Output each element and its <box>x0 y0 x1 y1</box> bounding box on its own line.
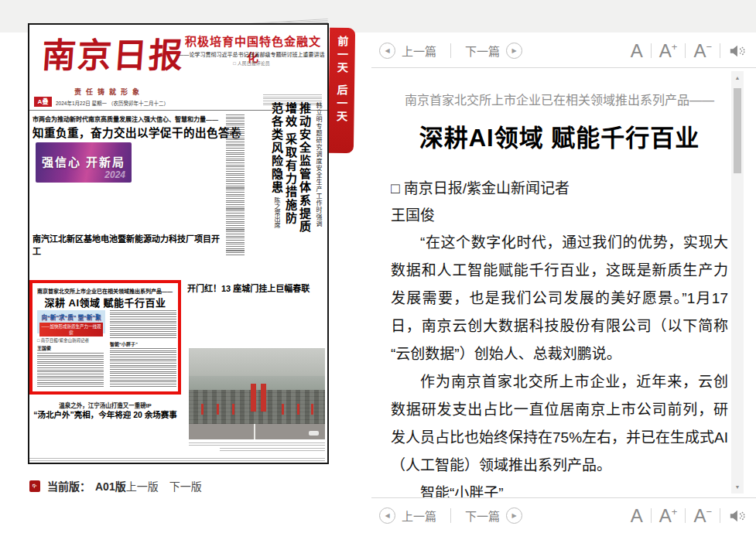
reader-toolbar-top: ◀ 上一篇 下一篇 ▶ A A+ A− <box>371 34 756 68</box>
speaker-icon <box>728 43 745 59</box>
read-aloud-button[interactable] <box>728 508 745 524</box>
next-article-arrow-icon[interactable]: ▶ <box>506 507 522 524</box>
next-day-button[interactable]: 后一天 <box>336 84 347 124</box>
prev-article-button[interactable]: 上一篇 <box>402 507 436 524</box>
font-size-decrease-button[interactable]: A− <box>693 507 712 525</box>
masthead-slogan: 责任铸就形象 <box>74 87 144 97</box>
ai-body-placeholder <box>110 348 176 387</box>
font-size-reset-button[interactable]: A <box>631 507 643 525</box>
ai-article-headline: 深耕 AI领域 赋能千行百业 <box>32 295 178 309</box>
article-paragraph: 智能“小胖子” <box>391 480 728 497</box>
safety-kicker: 韩立明专题研究调度安全生产工作时强调 <box>315 102 322 227</box>
highlighted-article-box[interactable]: 南京首家北交所上市企业已在相关领域推出系列产品—— 深耕 AI领域 赋能千行百业… <box>29 280 181 395</box>
outdoor-body-placeholder <box>31 422 180 455</box>
photo-road <box>189 424 325 439</box>
divider <box>720 43 720 58</box>
article-reporter: 王国俊 <box>391 202 728 229</box>
collapse-icon[interactable]: « <box>29 480 40 492</box>
finance-article-byline: □ 人民日报评论员 <box>176 60 327 67</box>
current-page-value: A01版 <box>95 478 126 494</box>
date-line: 2024年1月22日 星期一 （农历癸卯年十二月十二） <box>56 99 191 107</box>
previous-day-button[interactable]: 前一天 <box>337 36 348 75</box>
ai-article-reporter: 王国俊 <box>37 344 51 351</box>
prev-article-arrow-icon[interactable]: ◀ <box>379 43 395 59</box>
gate-article-headline: 开门红！13 座城门挂上巨幅春联 <box>187 282 325 294</box>
photo-sky <box>189 348 325 376</box>
scrollbar-thumb[interactable] <box>734 88 741 173</box>
finance-article-subtitle: ——论学习贯彻习近平总书记在省部级专题研讨班上重要讲话 <box>176 50 327 58</box>
red-lantern-pole <box>297 404 299 415</box>
prev-article-arrow-icon[interactable]: ◀ <box>379 507 395 524</box>
divider <box>720 508 720 523</box>
red-lantern-pole <box>282 404 284 415</box>
prev-article-button[interactable]: 上一篇 <box>402 43 436 59</box>
newspaper-reader-app: 前一天 后一天 南京日报 责任铸就形象 A叠 2024年1月22日 星期一 （农… <box>0 0 756 533</box>
outdoor-article-headline: “汤北户外”亮相，今年将迎 20 余场赛事 <box>29 408 181 420</box>
red-lantern-pole <box>217 404 219 415</box>
reader-toolbar-bottom: ◀ 上一篇 下一篇 ▶ A A+ A− <box>371 497 756 533</box>
next-article-button[interactable]: 下一篇 <box>465 43 500 59</box>
newspaper-front-page[interactable]: 南京日报 责任铸就形象 A叠 2024年1月22日 星期一 （农历癸卯年十二月十… <box>28 23 329 464</box>
project-body-placeholder <box>32 246 224 275</box>
city-wall-photo <box>189 348 325 439</box>
font-size-increase-button[interactable]: A+ <box>659 507 678 525</box>
new-quality-series-banner: 向“新”求“质” 塑“新”聚“力” ——加快形成新质生产力一线观察 <box>37 310 105 333</box>
divider <box>450 43 451 58</box>
divider <box>651 508 652 523</box>
previous-page-button[interactable]: 上一版 <box>126 478 159 494</box>
divider <box>685 508 686 523</box>
ai-body-placeholder <box>37 353 104 387</box>
ai-article-byline: □ 南京日报/紫金山新闻记者 <box>37 337 89 343</box>
photo-lake <box>189 376 325 390</box>
ai-article-subhead: 智能“小胖子” <box>110 340 138 347</box>
ai-body-placeholder <box>110 310 176 338</box>
next-page-button[interactable]: 下一版 <box>169 478 202 494</box>
confidence-banner-image: 强信心 开新局 2024 <box>36 142 132 183</box>
series-banner-line2: ——加快形成新质生产力一线观察 <box>39 323 103 337</box>
photo-city-wall <box>189 390 325 424</box>
safety-article-vertical-headline: 韩立明专题研究调度安全生产工作时强调 推动安全监管体系提质增效 采取有力措施防范… <box>248 102 325 235</box>
scroll-up-arrow-icon[interactable]: ▲ <box>731 75 744 80</box>
divider <box>685 43 686 58</box>
red-lantern-pole <box>201 404 204 415</box>
page-footer-print-placeholder <box>29 458 325 462</box>
finance-article-body-placeholder <box>181 68 325 107</box>
article-reader-pane[interactable]: 南京首家北交所上市企业已在相关领域推出系列产品—— 深耕AI领域 赋能千行百业 … <box>391 68 728 497</box>
page-control-bar: « 当前版： A01版 上一版 下一版 <box>29 476 354 496</box>
article-paragraph: 作为南京首家北交所上市企业，近年来，云创数据研发支出占比一直位居南京上市公司前列… <box>391 368 728 480</box>
red-lantern-pole <box>311 404 313 415</box>
divider <box>651 43 652 58</box>
article-scrollbar[interactable]: ▲ ▼ <box>731 71 744 494</box>
font-size-reset-button[interactable]: A <box>631 42 643 60</box>
speaker-icon <box>728 508 745 524</box>
font-size-decrease-button[interactable]: A− <box>693 42 712 60</box>
article-paragraph: “在这个数字化时代，通过我们的优势，实现大数据和人工智能赋能千行百业，这既是新质… <box>391 229 728 368</box>
banner-year: 2024 <box>104 169 125 180</box>
safety-body-placeholder <box>248 240 325 274</box>
article-byline: □ 南京日报/紫金山新闻记者 <box>391 175 728 202</box>
edition-badge: A叠 <box>34 97 52 107</box>
next-article-arrow-icon[interactable]: ▶ <box>506 43 522 59</box>
scroll-down-arrow-icon[interactable]: ▼ <box>731 484 744 490</box>
red-lantern-pole <box>232 404 234 415</box>
red-couplet-banner <box>251 384 256 412</box>
article-kicker: 南京首家北交所上市企业已在相关领域推出系列产品—— <box>391 90 728 108</box>
photo-caption-placeholder <box>220 448 325 451</box>
font-size-increase-button[interactable]: A+ <box>659 42 678 60</box>
divider <box>450 508 451 523</box>
banner-title: 强信心 开新局 <box>36 153 132 169</box>
safety-article-body-placeholder <box>226 114 245 257</box>
photo-caption-placeholder <box>189 442 325 446</box>
leader-body-placeholder <box>138 142 183 223</box>
read-aloud-button[interactable] <box>728 43 745 59</box>
day-switch-tab[interactable]: 前一天 后一天 <box>328 28 355 153</box>
red-couplet-banner <box>261 384 266 412</box>
next-article-button[interactable]: 下一篇 <box>465 507 500 524</box>
safety-attendee: 陈之常出席 <box>273 197 280 228</box>
article-title: 深耕AI领域 赋能千行百业 <box>391 118 728 153</box>
leader-body-placeholder <box>36 187 132 223</box>
ai-article-kicker: 南京首家北交所上市企业已在相关领域推出系列产品—— <box>37 287 173 295</box>
current-page-label: 当前版： <box>47 478 91 494</box>
gate-body-placeholder <box>187 297 325 343</box>
photo-car <box>309 431 319 436</box>
